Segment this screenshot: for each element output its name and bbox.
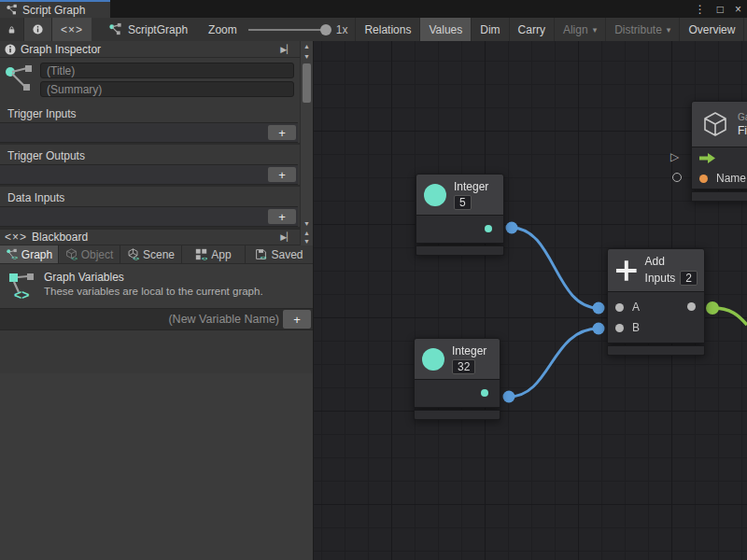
add-trigger-input-button[interactable]: + — [268, 125, 296, 140]
scene-tab-icon: <> — [127, 248, 139, 260]
graph-window-icon — [6, 4, 18, 16]
expand-panel-icon[interactable]: ▶▏ — [280, 45, 293, 54]
node-footer — [607, 345, 705, 356]
wire-endpoint[interactable] — [706, 301, 719, 315]
integer-value-field[interactable]: 5 — [454, 195, 472, 210]
graph-variables-icon: <> — [7, 270, 35, 301]
name-input-port[interactable] — [699, 175, 708, 183]
side-panel: Graph Inspector ▶▏ Trigger Inputs + Trig… — [0, 41, 314, 560]
toolbar: <×> ScriptGraph Zoom 1x Relations Values… — [0, 18, 747, 41]
svg-text:<>: <> — [71, 256, 78, 260]
expand-panel-icon[interactable]: ▶▏ — [280, 232, 293, 242]
node-footer — [414, 410, 500, 420]
summary-field[interactable] — [40, 81, 294, 97]
output-port[interactable] — [481, 389, 488, 397]
node-find[interactable]: Gam Fin Name — [691, 101, 747, 202]
variables-icon: <×> — [5, 231, 27, 244]
blackboard-scrollbar[interactable]: ▲ ▼ — [300, 229, 313, 245]
svg-text:<>: <> — [261, 255, 267, 260]
trigger-outputs-section: Trigger Outputs + — [0, 145, 313, 187]
output-port[interactable] — [485, 225, 492, 232]
graph-name: ScriptGraph — [103, 18, 193, 41]
node-footer — [416, 245, 504, 256]
trigger-outputs-list: + — [0, 164, 298, 185]
node-subtitle: Gam — [738, 112, 747, 122]
wire-integer32-to-add-b[interactable] — [509, 329, 599, 397]
graph-canvas[interactable]: Integer 5 Integer 32 Add — [314, 41, 747, 560]
data-input-port[interactable] — [672, 173, 682, 182]
add-trigger-output-button[interactable]: + — [268, 167, 296, 182]
window-menu-icon[interactable]: ⋮ — [695, 3, 706, 16]
scrollbar-thumb[interactable] — [303, 63, 311, 103]
graph-name-label: ScriptGraph — [128, 23, 188, 36]
scroll-down-icon[interactable]: ▼ — [301, 218, 313, 229]
wire-add-output[interactable] — [712, 308, 747, 325]
tab-scene[interactable]: <> Scene — [120, 245, 182, 263]
window-title: Script Graph — [22, 4, 85, 17]
tab-object[interactable]: <> Object — [59, 245, 120, 263]
add-data-input-button[interactable]: + — [268, 209, 296, 224]
gameobject-cube-icon — [701, 110, 729, 138]
graph-icon — [5, 63, 35, 94]
scroll-up-icon[interactable]: ▲ — [301, 41, 313, 51]
scroll-down-icon[interactable]: ▼ — [301, 51, 313, 62]
wire-endpoint[interactable] — [593, 323, 605, 335]
svg-text:<>: <> — [133, 256, 139, 260]
scroll-down-icon[interactable]: ▼ — [301, 237, 313, 245]
port-a-label: A — [632, 301, 640, 314]
node-integer-5[interactable]: Integer 5 — [416, 174, 504, 256]
inspector-scrollbar[interactable]: ▲ ▼ ▼ — [300, 41, 313, 229]
lock-icon — [8, 24, 15, 35]
script-graph-icon — [108, 22, 122, 36]
output-port[interactable] — [687, 302, 696, 311]
node-footer — [691, 191, 747, 202]
wire-integer5-to-add-a[interactable] — [512, 228, 599, 308]
lock-button[interactable] — [0, 18, 23, 41]
tab-app[interactable]: <> App — [182, 245, 246, 263]
trigger-arrow-icon[interactable] — [699, 153, 715, 163]
graph-inspector-header: Graph Inspector ▶▏ — [0, 41, 313, 58]
input-port-a[interactable] — [615, 303, 624, 312]
close-icon[interactable]: × — [735, 3, 741, 16]
maximize-icon[interactable]: □ — [717, 3, 724, 16]
node-title: Integer — [452, 344, 486, 357]
integer-value-field[interactable]: 32 — [452, 359, 475, 374]
info-button[interactable] — [23, 18, 51, 41]
graph-tab-icon: <> — [6, 248, 18, 260]
overview-button[interactable]: Overview — [679, 18, 743, 41]
add-variable-button[interactable]: + — [283, 310, 311, 329]
variables-empty-area — [0, 373, 313, 560]
tab-graph[interactable]: <> Graph — [0, 245, 59, 263]
trigger-input-port[interactable]: ▷ — [670, 150, 679, 163]
distribute-dropdown[interactable]: Distribute ▾ — [605, 18, 679, 41]
wire-endpoint[interactable] — [503, 391, 515, 403]
relations-button[interactable]: Relations — [355, 18, 419, 41]
data-inputs-list: + — [0, 206, 298, 227]
wire-endpoint[interactable] — [506, 222, 518, 234]
fullscreen-button[interactable]: Full Screen — [743, 18, 747, 41]
dim-button[interactable]: Dim — [471, 18, 508, 41]
align-dropdown[interactable]: Align ▾ — [554, 18, 605, 41]
node-integer-32[interactable]: Integer 32 — [414, 338, 500, 420]
title-field[interactable] — [40, 63, 294, 78]
inputs-count-field[interactable]: 2 — [680, 271, 698, 286]
carry-button[interactable]: Carry — [509, 18, 554, 41]
blackboard-tabs: <> Graph <> Object <> Scene <> — [0, 245, 313, 264]
wire-endpoint[interactable] — [593, 302, 605, 315]
zoom-slider[interactable] — [248, 29, 329, 31]
inputs-label: Inputs — [645, 272, 676, 285]
input-port-b[interactable] — [615, 324, 624, 332]
node-add[interactable]: Add Inputs 2 A B — [607, 248, 705, 356]
port-b-label: B — [632, 321, 640, 334]
scroll-up-icon[interactable]: ▲ — [301, 229, 313, 237]
new-variable-input[interactable] — [7, 313, 279, 326]
code-toggle-button[interactable]: <×> — [51, 18, 92, 41]
blackboard-header: <×> Blackboard ▶▏ — [0, 229, 313, 245]
graph-variables-info: <> Graph Variables These variables are l… — [0, 264, 313, 308]
zoom-slider-handle[interactable] — [320, 24, 331, 35]
integer-type-icon — [422, 348, 444, 371]
info-icon — [33, 23, 43, 35]
tab-script-graph[interactable]: Script Graph — [0, 0, 110, 18]
tab-saved[interactable]: <> Saved — [246, 245, 313, 263]
values-button[interactable]: Values — [419, 18, 471, 41]
